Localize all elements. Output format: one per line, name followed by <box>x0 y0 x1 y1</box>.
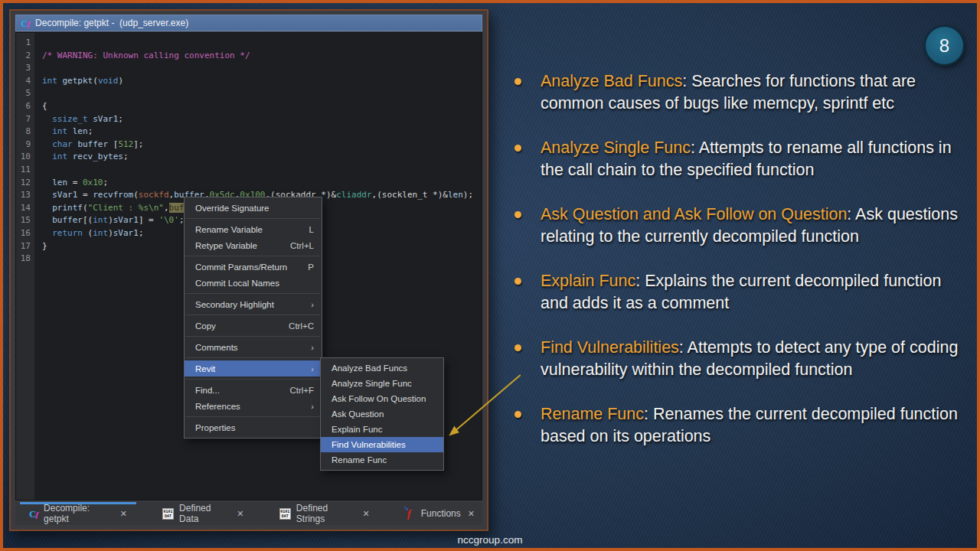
tab-defined-data[interactable]: 0101DATDefined Data✕ <box>155 502 252 525</box>
bullet-dot-shape <box>514 344 521 351</box>
menu-item-label: Rename Variable <box>195 225 309 234</box>
line-number: 15 <box>16 214 34 227</box>
context-menu: Override SignatureRename VariableLRetype… <box>184 197 322 439</box>
code-text <box>34 87 42 100</box>
code-text: ssize_t sVar1; <box>34 113 123 126</box>
code-text: int recv_bytes; <box>34 151 129 164</box>
menu-separator <box>185 315 321 315</box>
bullet-text: Find Vulnerabilities: Attempts to detect… <box>541 337 962 381</box>
menu-item-commit-params-return[interactable]: Commit Params/ReturnP <box>185 259 322 275</box>
bullet-dot <box>514 337 541 381</box>
menu-item-label: Ask Question <box>332 409 436 419</box>
line-number: 5 <box>16 87 34 100</box>
menu-item-label: Rename Func <box>332 455 436 465</box>
menu-item-override-signature[interactable]: Override Signature <box>185 200 322 216</box>
code-text: } <box>34 240 47 253</box>
bullet-text: Rename Func: Renames the current decompi… <box>541 403 962 448</box>
menu-item-shortcut: P <box>308 262 314 272</box>
bullet-dot-shape <box>514 211 521 218</box>
menu-item-label: Override Signature <box>195 204 314 213</box>
menu-item-rename-variable[interactable]: Rename VariableL <box>185 221 322 237</box>
menu-item-copy[interactable]: CopyCtrl+C <box>185 318 322 334</box>
submenu-chevron-icon: › <box>311 343 314 352</box>
line-number: 13 <box>16 189 34 202</box>
line-number: 8 <box>16 126 34 139</box>
line-number: 14 <box>16 202 34 215</box>
menu-item-properties[interactable]: Properties <box>185 419 322 435</box>
line-number: 9 <box>16 139 34 152</box>
menu-item-label: Revit <box>195 364 311 373</box>
bullet-term: Find Vulnerabilities <box>541 338 679 357</box>
bullet-dot <box>514 403 541 448</box>
code-line: 10 int recv_bytes; <box>16 151 482 164</box>
menu-item-analyze-bad-funcs[interactable]: Analyze Bad Funcs <box>321 360 443 376</box>
menu-item-label: Find Vulnerabilities <box>332 440 436 449</box>
menu-item-explain-func[interactable]: Explain Func <box>321 422 443 437</box>
window-titlebar[interactable]: Cf Decompile: getpkt - (udp_server.exe) <box>15 15 482 31</box>
code-line: 5 <box>16 87 482 100</box>
menu-item-find-vulnerabilities[interactable]: Find Vulnerabilities <box>321 437 443 452</box>
menu-item-secondary-highlight[interactable]: Secondary Highlight› <box>185 296 322 312</box>
menu-item-retype-variable[interactable]: Retype VariableCtrl+L <box>185 237 322 253</box>
tab-decompile-getpkt[interactable]: CfDecompile: getpkt✕ <box>21 502 135 525</box>
tab-close-icon[interactable]: ✕ <box>468 509 475 519</box>
menu-item-label: Find... <box>195 386 289 395</box>
code-line: 9 char buffer [512]; <box>16 139 482 152</box>
tab-label: Defined Data <box>179 503 230 524</box>
bullet-dot <box>514 204 541 248</box>
menu-item-ask-follow-on-question[interactable]: Ask Follow On Question <box>321 391 443 406</box>
submenu-chevron-icon: › <box>311 402 314 411</box>
menu-item-commit-local-names[interactable]: Commit Local Names <box>185 275 322 291</box>
code-text <box>34 164 42 177</box>
page-number-badge: 8 <box>924 25 965 66</box>
line-number: 11 <box>16 164 34 177</box>
code-line: 6{ <box>16 100 482 113</box>
menu-separator <box>185 357 321 358</box>
tab-close-icon[interactable]: ✕ <box>120 509 127 519</box>
decompiler-icon-f: f <box>35 510 38 519</box>
menu-item-find-[interactable]: Find...Ctrl+F <box>185 382 322 398</box>
line-number: 18 <box>16 253 34 266</box>
bullet-item: Analyze Bad Funcs: Searches for function… <box>514 70 962 115</box>
menu-item-comments[interactable]: Comments› <box>185 339 322 355</box>
code-line: 4int getpkt(void) <box>16 75 482 88</box>
menu-item-analyze-single-func[interactable]: Analyze Single Func <box>321 376 443 391</box>
window-title: Decompile: getpkt - (udp_server.exe) <box>35 18 188 28</box>
code-text: int len; <box>34 126 93 139</box>
code-text <box>34 37 42 50</box>
code-line: 3 <box>16 62 482 75</box>
tab-functions[interactable]: ➘fFunctions✕ <box>397 502 482 525</box>
functions-icon: ➘f <box>405 507 416 520</box>
page-number: 8 <box>939 35 949 57</box>
code-text: char buffer [512]; <box>34 139 144 152</box>
tab-close-icon[interactable]: ✕ <box>237 509 243 519</box>
bullet-dot-shape <box>514 78 521 85</box>
bullet-text: Analyze Bad Funcs: Searches for function… <box>541 70 962 115</box>
bullet-dot <box>514 270 541 315</box>
bullet-dot-shape <box>514 411 521 418</box>
feature-bullet-list: Analyze Bad Funcs: Searches for function… <box>514 70 962 470</box>
menu-separator <box>185 379 321 380</box>
menu-item-label: Comments <box>195 343 311 352</box>
tab-label: Functions <box>421 508 461 519</box>
tab-label: Decompile: getpkt <box>44 503 113 524</box>
menu-item-rename-func[interactable]: Rename Func <box>321 452 443 468</box>
menu-item-references[interactable]: References› <box>185 398 322 414</box>
tab-label: Defined Strings <box>296 503 356 524</box>
bullet-dot-shape <box>514 278 521 285</box>
code-line: 2/* WARNING: Unknown calling convention … <box>16 50 482 63</box>
bullet-item: Analyze Single Func: Attempts to rename … <box>514 137 962 181</box>
tab-close-icon[interactable]: ✕ <box>363 509 370 519</box>
menu-item-label: Ask Follow On Question <box>332 394 436 403</box>
code-text: { <box>34 100 47 113</box>
menu-separator <box>185 256 321 256</box>
line-number: 16 <box>16 227 34 240</box>
code-text <box>34 62 42 75</box>
decompiler-icon: Cf <box>29 509 38 519</box>
code-text: /* WARNING: Unknown calling convention *… <box>34 50 250 63</box>
menu-item-ask-question[interactable]: Ask Question <box>321 406 443 422</box>
footer-url: nccgroup.com <box>3 534 977 546</box>
menu-item-revit[interactable]: Revit› <box>185 360 322 377</box>
code-text <box>34 253 42 266</box>
tab-defined-strings[interactable]: 0101DATDefined Strings✕ <box>272 502 377 525</box>
